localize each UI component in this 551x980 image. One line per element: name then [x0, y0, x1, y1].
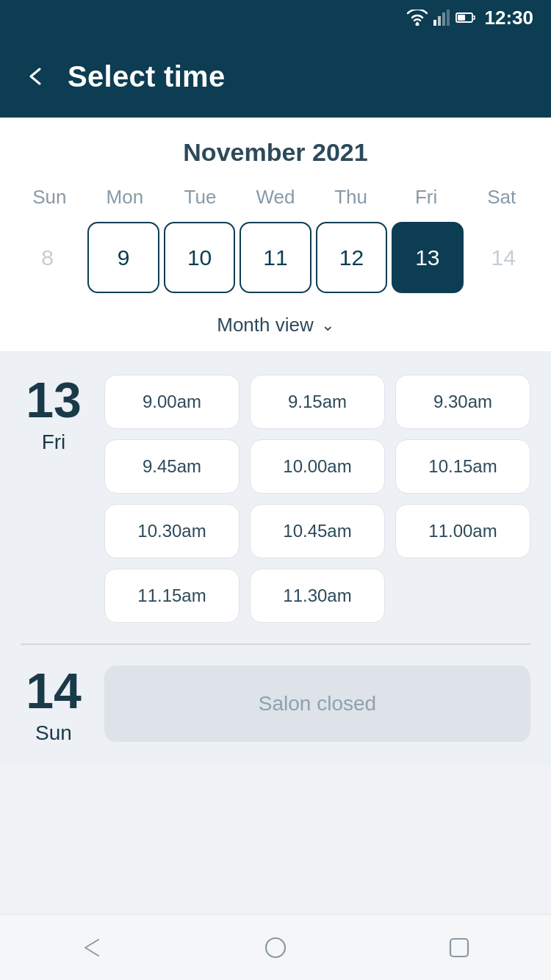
day-number-14: 14	[26, 666, 82, 716]
day-header-thu: Thu	[313, 181, 389, 213]
svg-rect-8	[450, 939, 468, 956]
day-cell-14[interactable]: 14	[468, 222, 539, 293]
time-grid-13: 9.00am 9.15am 9.30am 9.45am 10.00am 10.1…	[104, 375, 530, 623]
svg-point-0	[415, 23, 419, 26]
calendar-section: November 2021 Sun Mon Tue Wed Thu Fri Sa…	[0, 118, 551, 351]
svg-rect-6	[458, 15, 465, 21]
day-header-wed: Wed	[238, 181, 314, 213]
day-header-mon: Mon	[87, 181, 163, 213]
status-icons	[407, 10, 476, 26]
time-slot-1030am[interactable]: 10.30am	[104, 504, 240, 558]
day-cell-13[interactable]: 13	[392, 222, 463, 293]
timeslots-section: 13 Fri 9.00am 9.15am 9.30am 9.45am 10.00…	[0, 351, 551, 765]
svg-point-7	[266, 938, 285, 957]
day-number-13: 13	[26, 375, 82, 425]
section-divider	[21, 644, 530, 645]
home-nav-button[interactable]	[258, 930, 293, 965]
time-slot-930am[interactable]: 9.30am	[395, 375, 530, 429]
time-slot-1015am[interactable]: 10.15am	[395, 439, 530, 494]
day-cell-12[interactable]: 12	[316, 222, 387, 293]
day-headers: Sun Mon Tue Wed Thu Fri Sat	[12, 181, 539, 213]
day-section-14: 14 Sun Salon closed	[21, 666, 530, 745]
day-cell-9[interactable]: 9	[87, 222, 159, 293]
day-cell-8[interactable]: 8	[12, 222, 83, 293]
day-header-sat: Sat	[464, 181, 539, 213]
back-button[interactable]	[24, 65, 47, 88]
chevron-down-icon: ⌄	[321, 316, 334, 335]
day-cell-10[interactable]: 10	[164, 222, 235, 293]
page-title: Select time	[68, 60, 226, 93]
day-header-tue: Tue	[162, 181, 238, 213]
day-cell-11[interactable]: 11	[240, 222, 311, 293]
day-name-13: Fri	[42, 430, 66, 454]
time-slot-1045am[interactable]: 10.45am	[250, 504, 385, 558]
time-slot-945am[interactable]: 9.45am	[104, 439, 240, 494]
svg-rect-3	[442, 12, 445, 26]
time-slot-915am[interactable]: 9.15am	[250, 375, 385, 429]
day-header-sun: Sun	[12, 181, 87, 213]
app-header: Select time	[0, 35, 551, 118]
svg-rect-1	[433, 20, 436, 26]
day-section-13: 13 Fri 9.00am 9.15am 9.30am 9.45am 10.00…	[21, 375, 530, 623]
day-header-fri: Fri	[389, 181, 464, 213]
month-view-label: Month view	[217, 314, 314, 336]
time-slot-900am[interactable]: 9.00am	[104, 375, 240, 429]
day-row-13: 13 Fri 9.00am 9.15am 9.30am 9.45am 10.00…	[21, 375, 530, 623]
day-cells: 8 9 10 11 12 13 14	[12, 222, 539, 305]
day-date-info-14: 14 Sun	[21, 666, 87, 745]
month-view-toggle[interactable]: Month view ⌄	[12, 305, 539, 351]
time-slot-1115am[interactable]: 11.15am	[104, 569, 240, 623]
day-name-14: Sun	[35, 721, 72, 745]
month-year-label: November 2021	[12, 138, 539, 167]
bottom-nav	[0, 914, 551, 980]
time-slot-1130am[interactable]: 11.30am	[250, 569, 385, 623]
salon-closed-label: Salon closed	[104, 666, 530, 742]
day-row-14: 14 Sun Salon closed	[21, 666, 530, 745]
time-slot-1100am[interactable]: 11.00am	[395, 504, 530, 558]
svg-rect-4	[447, 10, 450, 26]
svg-rect-2	[438, 16, 441, 26]
status-bar: 12:30	[0, 0, 551, 35]
time-slot-1000am[interactable]: 10.00am	[250, 439, 385, 494]
day-date-info-13: 13 Fri	[21, 375, 87, 454]
back-nav-button[interactable]	[74, 930, 109, 965]
recents-nav-button[interactable]	[442, 930, 477, 965]
status-time: 12:30	[485, 7, 534, 29]
